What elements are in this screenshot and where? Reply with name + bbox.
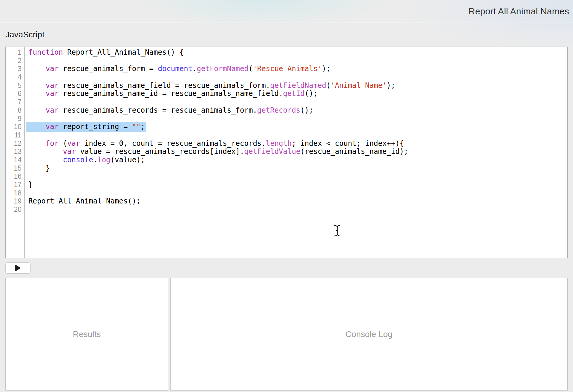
console-log-label: Console Log — [345, 330, 392, 339]
code-token: . — [192, 65, 197, 73]
code-token: ( — [249, 65, 253, 73]
line-number: 4 — [6, 73, 24, 82]
code-line[interactable] — [28, 73, 567, 82]
code-token: getFieldValue — [244, 147, 300, 156]
code-token: (rescue_animals_name_id); — [300, 147, 408, 156]
code-line[interactable]: var rescue_animals_name_id = rescue_anim… — [28, 90, 567, 98]
line-number: 17 — [6, 181, 24, 189]
run-script-button[interactable] — [5, 262, 30, 273]
i-beam-cursor-icon — [333, 224, 342, 237]
code-line[interactable]: } — [28, 164, 567, 173]
script-editor-window: Report All Animal Names JavaScript A A — [0, 0, 573, 392]
code-line[interactable] — [28, 131, 567, 140]
line-number: 19 — [6, 197, 24, 206]
code-token: getFormNamed — [197, 65, 249, 73]
line-number: 5 — [6, 82, 24, 90]
code-token: report_string = — [59, 122, 132, 131]
code-token: Report_All_Animal_Names(); — [28, 197, 141, 205]
code-token: var — [67, 139, 80, 148]
code-token — [28, 122, 46, 131]
code-line[interactable] — [28, 189, 567, 197]
window-chrome: Report All Animal Names JavaScript A A — [0, 0, 573, 46]
line-number: 20 — [6, 206, 24, 214]
code-line[interactable]: console.log(value); — [28, 156, 567, 164]
code-token: rescue_animals_name_field = rescue_anima… — [59, 81, 270, 90]
line-number: 18 — [6, 189, 24, 197]
code-line[interactable] — [28, 57, 567, 65]
code-token: rescue_animals_records = rescue_animals_… — [59, 106, 257, 114]
code-token — [28, 65, 46, 73]
code-line[interactable] — [28, 172, 567, 181]
code-token: 'Animal Name' — [330, 81, 387, 90]
selected-text[interactable]: var report_string = ""; — [26, 122, 146, 132]
code-token: (); — [300, 106, 313, 114]
code-token: value = rescue_animals_records[index]. — [76, 147, 244, 156]
code-line[interactable]: } — [28, 181, 567, 189]
line-number: 11 — [6, 131, 24, 140]
code-token: ( — [326, 81, 330, 90]
console-log-panel[interactable]: Console Log — [170, 278, 568, 391]
window-title: Report All Animal Names — [469, 6, 569, 16]
code-line[interactable]: var rescue_animals_records = rescue_anim… — [28, 106, 567, 115]
results-panel[interactable]: Results — [5, 278, 168, 391]
code-token — [28, 156, 63, 164]
code-token — [28, 106, 46, 114]
code-token: ; — [141, 122, 145, 131]
code-token — [28, 89, 46, 98]
language-label: JavaScript — [5, 30, 45, 39]
code-token: var — [46, 81, 59, 90]
code-token: 'Rescue Animals' — [253, 65, 322, 73]
code-line[interactable]: Report_All_Animal_Names(); — [28, 197, 567, 206]
code-area[interactable]: function Report_All_Animal_Names() { var… — [25, 47, 567, 258]
results-label: Results — [73, 330, 101, 339]
code-token: var — [46, 122, 59, 131]
code-token: document — [158, 65, 193, 73]
code-token: var — [46, 89, 59, 98]
line-number: 2 — [6, 57, 24, 65]
code-token: for — [46, 139, 59, 148]
line-number: 13 — [6, 148, 24, 156]
code-token: var — [46, 106, 59, 114]
code-token: } — [28, 164, 50, 172]
code-token: index = 0, count = rescue_animals_record… — [80, 139, 266, 148]
code-token: getId — [283, 89, 305, 98]
code-line[interactable]: for (var index = 0, count = rescue_anima… — [28, 140, 567, 148]
code-token: (value); — [111, 156, 145, 164]
line-number: 12 — [6, 140, 24, 148]
code-line[interactable]: var value = rescue_animals_records[index… — [28, 148, 567, 156]
line-number: 7 — [6, 98, 24, 106]
code-token: (); — [305, 89, 318, 98]
code-line[interactable]: var rescue_animals_form = document.getFo… — [28, 65, 567, 73]
code-line[interactable]: function Report_All_Animal_Names() { — [28, 48, 567, 57]
code-editor[interactable]: 1234567891011121314151617181920 function… — [5, 47, 568, 258]
code-token: . — [93, 156, 97, 164]
code-token: ); — [322, 65, 331, 73]
code-token: } — [28, 180, 33, 189]
code-line[interactable] — [28, 206, 567, 214]
code-token: console — [63, 156, 93, 164]
code-token: var — [46, 65, 59, 73]
line-number: 9 — [6, 115, 24, 123]
line-number: 10 — [6, 123, 24, 131]
code-line[interactable]: var report_string = ""; — [28, 123, 567, 131]
code-token: getRecords — [257, 106, 301, 114]
code-token: ; index < count; index++){ — [292, 139, 404, 148]
code-token — [28, 81, 46, 90]
code-token — [28, 147, 63, 156]
line-number: 6 — [6, 90, 24, 98]
code-line[interactable] — [28, 115, 567, 123]
line-number: 16 — [6, 172, 24, 181]
toolbar: JavaScript A A — [0, 23, 573, 46]
code-line[interactable] — [28, 98, 567, 106]
code-token: function — [28, 48, 63, 56]
code-token: rescue_animals_name_id = rescue_animals_… — [59, 89, 283, 98]
line-number-gutter: 1234567891011121314151617181920 — [6, 47, 25, 258]
code-token: ( — [59, 139, 67, 148]
code-token — [28, 139, 46, 148]
code-token: Report_All_Animal_Names() { — [63, 48, 184, 56]
code-token: rescue_animals_form = — [59, 65, 158, 73]
code-token: length — [266, 139, 292, 148]
code-token: ); — [387, 81, 395, 90]
code-line[interactable]: var rescue_animals_name_field = rescue_a… — [28, 82, 567, 90]
play-icon — [15, 264, 21, 272]
